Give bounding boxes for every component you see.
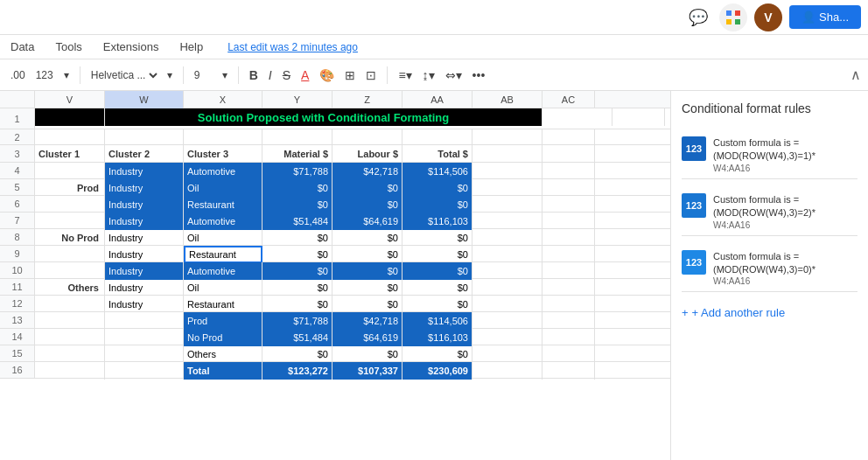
header-cluster1: Cluster 1: [35, 145, 105, 163]
border-button[interactable]: ⊞: [341, 66, 359, 84]
summary-row-1: 13 Prod $71,788 $42,718 $114,506: [0, 312, 670, 329]
header-cluster3: Cluster 3: [184, 145, 262, 163]
menu-help[interactable]: Help: [176, 38, 206, 55]
separator-4: [387, 66, 388, 84]
separator-1: [80, 66, 80, 84]
fill-color-button[interactable]: 🎨: [316, 66, 338, 84]
add-rule-button[interactable]: + + Add another rule: [682, 301, 858, 319]
data-row-6: 6 Industry Restaurant $0 $0 $0: [0, 196, 670, 213]
font-size-dropdown[interactable]: ▾: [219, 67, 231, 83]
data-row-5: 5 Prod Industry Oil $0 $0 $0: [0, 179, 670, 196]
data-row-10: 10 Industry Automotive $0 $0 $0: [0, 262, 670, 279]
share-button[interactable]: 👤 Sha...: [789, 5, 861, 29]
italic-button[interactable]: I: [265, 66, 276, 84]
summary-row-3: 15 Others $0 $0 $0: [0, 345, 670, 362]
conditional-format-panel: Conditional format rules 123 Custom form…: [670, 91, 868, 460]
menu-bar: Data Tools Extensions Help Last edit was…: [0, 35, 868, 59]
more-button[interactable]: •••: [469, 66, 489, 84]
data-row-7: 7 Industry Automotive $51,484 $64,619 $1…: [0, 213, 670, 229]
bold-button[interactable]: B: [246, 66, 262, 84]
row-num-3: 3: [0, 145, 35, 162]
format-type[interactable]: 123: [32, 67, 57, 83]
toolbar: .00 123 ▾ Helvetica ... ▾ 9 ▾ B I S A 🎨 …: [0, 59, 868, 91]
underline-button[interactable]: A: [298, 66, 312, 84]
title-row: 1 Solution Proposed with Conditional For…: [0, 108, 670, 129]
menu-tools[interactable]: Tools: [52, 38, 85, 55]
col-header-aa[interactable]: AA: [402, 91, 472, 108]
rule-text-1: Custom formula is =(MOD(ROW(W4),3)=1)* W…: [713, 136, 816, 173]
header-labour: Labour $: [332, 145, 402, 163]
row-num-1: 1: [0, 108, 35, 129]
rule-color-1: 123: [682, 136, 706, 161]
rule-card-2[interactable]: 123 Custom formula is =(MOD(ROW(W4),3)=2…: [682, 188, 858, 236]
google-apps-icon[interactable]: [719, 3, 747, 31]
row-num-2: 2: [0, 129, 35, 144]
align-h-button[interactable]: ≡▾: [395, 66, 415, 84]
cell-v1[interactable]: [35, 108, 105, 126]
format-dropdown[interactable]: ▾: [60, 67, 73, 83]
format-decimal[interactable]: .00: [7, 67, 29, 83]
cell-ac1[interactable]: [612, 108, 665, 126]
col-header-ac[interactable]: AC: [542, 91, 595, 108]
chat-icon[interactable]: 💬: [684, 3, 712, 31]
font-select[interactable]: Helvetica ...: [88, 68, 160, 82]
row-num-header: [0, 91, 35, 108]
col-headers: V W X Y Z AA AB AC: [0, 91, 670, 108]
align-v-button[interactable]: ↨▾: [419, 66, 438, 84]
separator-3: [238, 66, 239, 84]
col-header-y[interactable]: Y: [262, 91, 332, 108]
text-rotate-button[interactable]: ⇔▾: [442, 66, 466, 84]
menu-extensions[interactable]: Extensions: [100, 38, 163, 55]
header-total: Total $: [402, 145, 472, 163]
plus-icon: +: [682, 306, 689, 319]
cell-ab1[interactable]: [542, 108, 612, 126]
header-row: 3 Cluster 1 Cluster 2 Cluster 3 Material…: [0, 145, 670, 163]
header-cluster2: Cluster 2: [105, 145, 184, 163]
main-area: V W X Y Z AA AB AC 1 Solution Proposed w…: [0, 91, 868, 460]
top-bar-icons: 💬 V 👤 Sha...: [684, 3, 861, 31]
strikethrough-button[interactable]: S: [279, 66, 294, 84]
svg-rect-0: [726, 10, 732, 16]
rule-text-3: Custom formula is =(MOD(ROW(W4),3)=0)* W…: [713, 250, 816, 287]
data-row-9: 9 Industry Restaurant $0 $0 $0: [0, 246, 670, 262]
col-header-w[interactable]: W: [105, 91, 184, 108]
col-header-z[interactable]: Z: [332, 91, 402, 108]
rule-color-3: 123: [682, 250, 706, 275]
avatar[interactable]: V: [754, 3, 782, 31]
rule-color-2: 123: [682, 193, 706, 218]
data-row-4: 4 Industry Automotive $71,788 $42,718 $1…: [0, 163, 670, 179]
font-size[interactable]: 9: [191, 67, 215, 83]
spreadsheet: V W X Y Z AA AB AC 1 Solution Proposed w…: [0, 91, 670, 460]
collapse-toolbar[interactable]: ∧: [850, 66, 861, 83]
data-row-12: 12 Industry Restaurant $0 $0 $0: [0, 296, 670, 312]
title-merged: Solution Proposed with Conditional Forma…: [105, 108, 542, 126]
menu-data[interactable]: Data: [7, 38, 38, 55]
top-bar: 💬 V 👤 Sha...: [0, 0, 868, 35]
person-icon: 👤: [802, 10, 816, 24]
summary-row-2: 14 No Prod $51,484 $64,619 $116,103: [0, 329, 670, 345]
rule-text-2: Custom formula is =(MOD(ROW(W4),3)=2)* W…: [713, 193, 816, 230]
separator-2: [183, 66, 184, 84]
total-row: 16 Total $123,272 $107,337 $230,609: [0, 362, 670, 379]
rule-card-3[interactable]: 123 Custom formula is =(MOD(ROW(W4),3)=0…: [682, 245, 858, 293]
rule-card-1[interactable]: 123 Custom formula is =(MOD(ROW(W4),3)=1…: [682, 131, 858, 179]
data-row-8: 8 No Prod Industry Oil $0 $0 $0: [0, 229, 670, 246]
svg-rect-2: [726, 19, 732, 24]
edit-info: Last edit was 2 minutes ago: [228, 41, 358, 53]
data-row-11: 11 Others Industry Oil $0 $0 $0: [0, 279, 670, 296]
font-dropdown[interactable]: ▾: [164, 67, 176, 83]
merge-button[interactable]: ⊡: [362, 66, 380, 84]
header-material: Material $: [262, 145, 332, 163]
row-2: 2: [0, 129, 670, 145]
svg-rect-1: [735, 10, 740, 16]
col-header-v[interactable]: V: [35, 91, 105, 108]
panel-title: Conditional format rules: [682, 101, 858, 115]
svg-rect-3: [735, 19, 740, 24]
col-header-x[interactable]: X: [184, 91, 262, 108]
col-header-ab[interactable]: AB: [472, 91, 542, 108]
